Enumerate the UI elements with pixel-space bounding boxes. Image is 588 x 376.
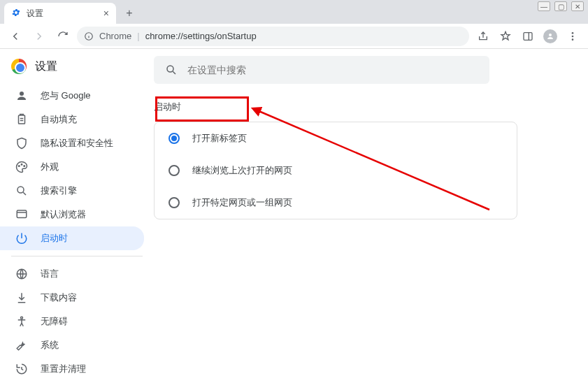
option-specific[interactable]: 打开特定网页或一组网页 (155, 187, 517, 219)
palette-icon (15, 161, 28, 173)
power-icon (15, 232, 28, 245)
svg-point-3 (572, 32, 574, 34)
avatar-icon (543, 29, 557, 43)
browser-icon (15, 208, 28, 221)
profile-button[interactable] (540, 27, 560, 46)
sidebar-header: 设置 (0, 56, 154, 84)
restore-icon (15, 363, 28, 375)
window-controls: — ▢ ✕ (533, 0, 588, 13)
search-icon (165, 64, 178, 76)
url-separator: | (137, 31, 139, 41)
section-title: 启动时 (154, 101, 560, 113)
sidebar-item-label: 自动填充 (41, 113, 77, 126)
new-tab-button[interactable]: + (120, 4, 138, 22)
reload-button[interactable] (53, 27, 73, 46)
sidebar-item-label: 下载内容 (41, 291, 77, 304)
back-button[interactable] (6, 27, 25, 46)
sidebar-item-label: 外观 (41, 161, 59, 173)
svg-rect-1 (524, 32, 532, 40)
sidebar-item-label: 无障碍 (41, 315, 68, 328)
close-tab-button[interactable]: × (103, 8, 109, 19)
sidebar-item-reset[interactable]: 重置并清理 (0, 357, 144, 376)
forward-button[interactable] (29, 27, 49, 46)
sidebar-item-default-browser[interactable]: 默认浏览器 (0, 203, 144, 226)
sidebar-item-languages[interactable]: 语言 (0, 262, 144, 286)
share-icon[interactable] (473, 27, 493, 46)
sidebar-item-label: 搜索引擎 (41, 185, 77, 197)
search-icon (15, 185, 28, 197)
sidebar-item-label: 系统 (41, 339, 59, 352)
startup-options-card: 打开新标签页 继续浏览上次打开的网页 打开特定网页或一组网页 (154, 122, 517, 219)
sidebar-item-label: 语言 (41, 268, 59, 280)
sidebar-item-label: 您与 Google (41, 89, 91, 102)
svg-point-2 (549, 34, 552, 36)
svg-point-4 (572, 35, 574, 37)
svg-point-11 (17, 187, 24, 193)
url-prefix: Chrome (99, 31, 131, 41)
sidebar-title: 设置 (35, 59, 57, 74)
sidebar-item-you-google[interactable]: 您与 Google (0, 84, 144, 108)
person-icon (15, 89, 28, 102)
radio-icon (168, 197, 180, 208)
sidebar-item-downloads[interactable]: 下载内容 (0, 286, 144, 310)
option-new-tab[interactable]: 打开新标签页 (155, 122, 517, 154)
download-icon (15, 291, 28, 304)
sidebar-item-system[interactable]: 系统 (0, 333, 144, 357)
shield-icon (15, 137, 28, 150)
maximize-button[interactable]: ▢ (554, 1, 567, 11)
sidebar-item-search-engine[interactable]: 搜索引擎 (0, 179, 144, 203)
option-continue[interactable]: 继续浏览上次打开的网页 (155, 154, 517, 187)
svg-rect-7 (19, 115, 25, 124)
tab-title: 设置 (27, 8, 98, 20)
option-label: 打开新标签页 (192, 132, 247, 145)
minimize-button[interactable]: — (538, 1, 550, 11)
content-area: 设置 您与 Google 自动填充 隐私设置和安全性 外观 搜索引擎 默认浏览器 (0, 49, 588, 376)
svg-rect-12 (17, 210, 27, 218)
menu-button[interactable] (563, 27, 582, 46)
wrench-icon (15, 339, 28, 352)
chrome-logo-icon (11, 59, 27, 74)
radio-icon (168, 133, 180, 144)
accessibility-icon (15, 315, 28, 328)
settings-search[interactable] (154, 56, 489, 84)
sidebar-item-accessibility[interactable]: 无障碍 (0, 310, 144, 333)
close-window-button[interactable]: ✕ (571, 1, 584, 11)
sidebar-item-autofill[interactable]: 自动填充 (0, 108, 144, 131)
tab-strip: 设置 × + (0, 0, 588, 24)
info-icon (84, 31, 94, 41)
url-path: chrome://settings/onStartup (145, 31, 462, 41)
option-label: 打开特定网页或一组网页 (192, 196, 292, 209)
address-bar[interactable]: Chrome | chrome://settings/onStartup (77, 27, 469, 46)
radio-icon (168, 165, 180, 176)
gear-icon (11, 8, 21, 20)
browser-tab-settings[interactable]: 设置 × (4, 3, 116, 24)
settings-main: 启动时 打开新标签页 继续浏览上次打开的网页 打开特定网页或一组网页 (154, 49, 588, 376)
clipboard-icon (15, 113, 28, 126)
svg-point-10 (24, 166, 25, 167)
svg-point-9 (21, 164, 22, 166)
svg-point-14 (21, 317, 23, 319)
option-label: 继续浏览上次打开的网页 (192, 164, 292, 177)
side-panel-button[interactable] (518, 27, 538, 46)
sidebar-item-privacy[interactable]: 隐私设置和安全性 (0, 131, 144, 155)
sidebar-item-on-startup[interactable]: 启动时 (0, 226, 144, 250)
svg-point-5 (572, 38, 574, 41)
sidebar-item-label: 重置并清理 (41, 363, 86, 375)
svg-point-8 (19, 166, 20, 167)
browser-toolbar: Chrome | chrome://settings/onStartup (0, 24, 588, 49)
bookmark-button[interactable] (496, 27, 515, 46)
sidebar-item-label: 隐私设置和安全性 (41, 137, 113, 150)
sidebar-item-appearance[interactable]: 外观 (0, 155, 144, 179)
settings-search-input[interactable] (187, 64, 478, 75)
sidebar-item-label: 默认浏览器 (41, 208, 86, 221)
settings-sidebar: 设置 您与 Google 自动填充 隐私设置和安全性 外观 搜索引擎 默认浏览器 (0, 49, 154, 376)
divider (11, 256, 143, 256)
sidebar-item-label: 启动时 (41, 232, 68, 245)
svg-point-15 (167, 66, 173, 72)
svg-point-6 (20, 92, 24, 96)
globe-icon (15, 268, 28, 280)
